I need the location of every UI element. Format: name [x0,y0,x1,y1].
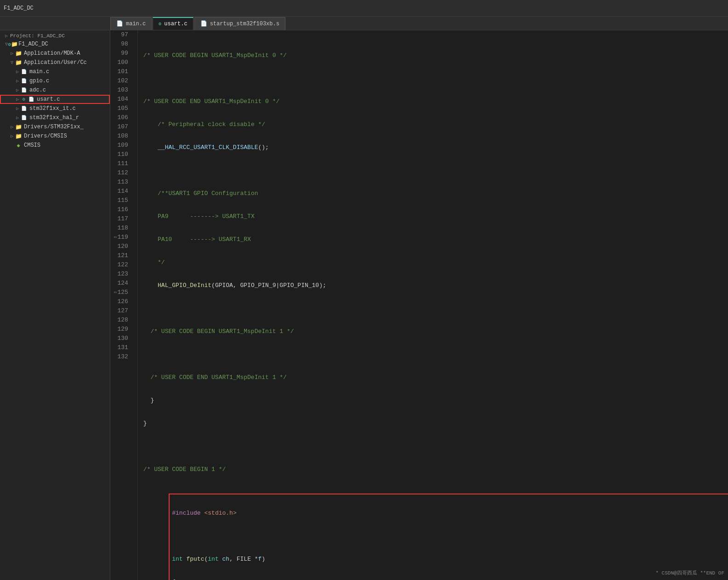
main-area: ▷ Project: F1_ADC_DC ▽ ⚙📁 F1_ADC_DC ▷ 📁 … [0,30,728,580]
line-numbers: 97 98 99 100 101 102 103 104 105 106 107… [110,30,138,580]
file-icon-main: 📄 [116,20,123,27]
sidebar-item-stm32-it[interactable]: ▷ 📄 stm32f1xx_it.c [0,104,110,113]
sidebar-item-drivers-stm32[interactable]: ▷ 📁 Drivers/STM32F1xx_ [0,122,110,132]
ln-98: 98 [114,40,132,49]
gear-folder-icon: ⚙📁 [9,40,17,48]
file-icon-gpio: 📄 [20,77,28,85]
app-mdk-label: Application/MDK-A [24,50,80,57]
code-line-115: /* USER CODE BEGIN 1 */ [142,465,724,474]
code-line-98 [142,74,724,83]
sidebar-item-cmsis[interactable]: ◆ CMSIS [0,141,110,150]
gear-icon-usart: ⚙ [159,21,161,27]
folder-icon-drivers-cmsis: 📁 [15,132,22,140]
ln-120: 120 [114,242,132,251]
ln-119: ▭119 [114,233,132,242]
code-line-119: { [170,578,728,580]
expand-icon-main-c: ▷ [15,69,20,75]
sidebar-item-app-user[interactable]: ▽ 📁 Application/User/Cc [0,58,110,67]
code-line-100: /* Peripheral clock disable */ [142,120,724,129]
code-area: 97 98 99 100 101 102 103 104 105 106 107… [110,30,728,580]
file-icon-adc: 📄 [20,86,28,94]
expand-icon-drivers-cmsis: ▷ [9,133,15,139]
expand-icon-project: ▷ [4,33,9,39]
sidebar-item-adc-c[interactable]: ▷ 📄 adc.c [0,86,110,95]
code-line-118: int fputc(int ch, FILE *f) [170,555,728,564]
project-label: Project: F1_ADC_DC [9,33,65,39]
ln-130: 130 [114,334,132,343]
ln-104: 104 [114,95,132,104]
drivers-stm32-label: Drivers/STM32F1xx_ [24,124,84,130]
expand-icon-mdk: ▷ [9,51,15,56]
sidebar-item-f1-root[interactable]: ▽ ⚙📁 F1_ADC_DC [0,40,110,49]
code-line-106: */ [142,258,724,267]
expand-icon-gpio: ▷ [15,78,20,84]
ln-108: 108 [114,132,132,141]
diamond-icon-cmsis: ◆ [15,142,22,149]
code-line-97: /* USER CODE BEGIN USART1_MspDeInit 0 */ [142,51,724,60]
ln-115: 115 [114,196,132,205]
ln-122: 122 [114,260,132,270]
cmsis-label: CMSIS [24,142,40,149]
ln-131: 131 [114,343,132,352]
ln-124: 124 [114,279,132,288]
tab-usart-c[interactable]: ⚙ usart.c [153,17,193,30]
code-line-99: /* USER CODE END USART1_MspDeInit 0 */ [142,97,724,106]
ln-123: 123 [114,270,132,279]
ln-126: 126 [114,297,132,306]
expand-icon-user: ▽ [9,60,15,65]
ln-114: 114 [114,187,132,196]
sidebar-item-app-mdk[interactable]: ▷ 📁 Application/MDK-A [0,49,110,58]
expand-icon-drivers-stm32: ▷ [9,124,15,130]
watermark: * CSDN@四哥西瓜 **END OF [655,569,724,576]
code-line-112: } [142,396,724,405]
f1-root-label: F1_ADC_DC [18,41,48,47]
toolbar: F1_ADC_DC [0,0,728,17]
file-icon-startup: 📄 [200,20,207,27]
ln-100: 100 [114,58,132,67]
code-line-107: HAL_GPIO_DeInit(GPIOA, GPIO_PIN_9|GPIO_P… [142,281,724,290]
file-icon-main-c: 📄 [20,68,28,75]
sidebar-item-gpio-c[interactable]: ▷ 📄 gpio.c [0,76,110,86]
ln-107: 107 [114,122,132,132]
expand-icon-stm32-hal: ▷ [15,115,20,121]
ln-106: 106 [114,113,132,122]
code-line-105: PA10 ------> USART1_RX [142,235,724,244]
tab-label-main: main.c [126,21,146,27]
code-line-117 [170,532,728,541]
ln-118: 118 [114,224,132,233]
code-line-110 [142,350,724,359]
ln-103: 103 [114,86,132,95]
tab-label-usart: usart.c [164,21,187,27]
folder-icon-user: 📁 [15,59,22,66]
code-line-108 [142,304,724,313]
ln-121: 121 [114,251,132,260]
file-icon-stm32-hal: 📄 [20,114,28,121]
code-line-109: /* USER CODE BEGIN USART1_MspDeInit 1 */ [142,327,724,336]
code-content: /* USER CODE BEGIN USART1_MspDeInit 0 */… [138,30,728,580]
toolbar-title: F1_ADC_DC [4,5,34,11]
ln-110: 110 [114,150,132,159]
gear-icon-usart-file: ⚙ [20,96,28,103]
code-line-116: #include <stdio.h> [170,509,728,518]
sidebar-item-drivers-cmsis[interactable]: ▷ 📁 Drivers/CMSIS [0,132,110,141]
sidebar-item-usart-c[interactable]: ▷ ⚙ 📄 usart.c [0,95,110,104]
app-user-label: Application/User/Cc [24,59,87,66]
adc-label: adc.c [29,87,46,93]
tab-main-c[interactable]: 📄 main.c [110,17,152,30]
sidebar: ▷ Project: F1_ADC_DC ▽ ⚙📁 F1_ADC_DC ▷ 📁 … [0,30,110,580]
sidebar-item-main-c[interactable]: ▷ 📄 main.c [0,67,110,76]
ln-129: 129 [114,325,132,334]
sidebar-item-stm32-hal[interactable]: ▷ 📄 stm32f1xx_hal_r [0,113,110,122]
code-line-102 [142,166,724,175]
code-editor[interactable]: 97 98 99 100 101 102 103 104 105 106 107… [110,30,728,580]
ln-113: 113 [114,178,132,187]
expand-icon-stm32-it: ▷ [15,106,20,111]
tab-startup[interactable]: 📄 startup_stm32f103xb.s [194,17,285,30]
main-c-label: main.c [29,69,49,75]
stm32-hal-label: stm32f1xx_hal_r [29,115,79,121]
folder-icon-drivers-stm32: 📁 [15,123,22,131]
ln-128: 128 [114,316,132,325]
ln-127: 127 [114,306,132,316]
ln-97: 97 [114,30,132,40]
highlighted-code-block: #include <stdio.h> int fputc(int ch, FIL… [170,495,728,580]
